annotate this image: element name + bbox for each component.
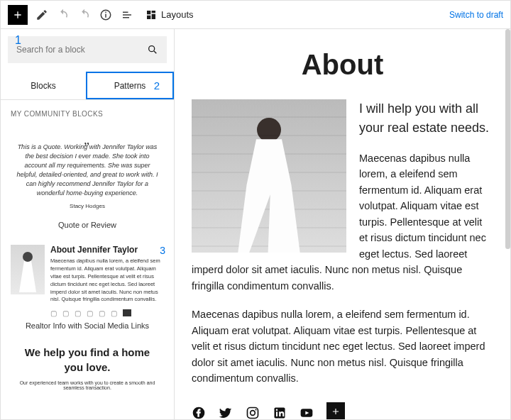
svg-point-8 (256, 409, 257, 410)
svg-rect-10 (276, 411, 278, 416)
home-sub: Our experienced team works with you to c… (11, 380, 164, 390)
hero-image[interactable] (192, 99, 346, 253)
realtor-card: About Jennifer Taylor 3 Maecenas dapibus… (11, 245, 164, 317)
search-icon (147, 44, 158, 55)
add-block-button[interactable] (8, 5, 28, 25)
pinterest-icon: ▢ (87, 309, 93, 317)
workspace: 1 Blocks Patterns 2 MY COMMUNITY BLOCKS … (1, 29, 510, 419)
layouts-label: Layouts (161, 9, 194, 20)
facebook-icon[interactable] (192, 406, 206, 419)
edit-icon[interactable] (35, 8, 49, 22)
svg-point-3 (149, 46, 155, 52)
svg-point-7 (251, 410, 256, 415)
annotation-3: 3 (160, 245, 165, 256)
search-block-field[interactable]: 1 (8, 36, 167, 63)
switch-to-draft-link[interactable]: Switch to draft (449, 10, 503, 20)
youtube-icon[interactable] (300, 406, 314, 419)
add-social-icon-button[interactable] (326, 402, 345, 419)
app-root: Layouts Switch to draft 1 Blocks Pattern… (0, 0, 511, 420)
section-title: MY COMMUNITY BLOCKS (1, 100, 174, 123)
outline-icon[interactable] (120, 8, 134, 22)
quote-text: This is a Quote. Working with Jennifer T… (13, 143, 161, 198)
more-icon (123, 309, 131, 316)
search-input[interactable] (16, 45, 158, 55)
realtor-body: Maecenas dapibus nulla lorem, a eleifend… (50, 258, 164, 304)
tab-patterns-label: Patterns (114, 81, 146, 91)
tab-patterns[interactable]: Patterns 2 (86, 72, 174, 99)
layouts-icon (145, 9, 157, 21)
page-title[interactable]: About (192, 49, 493, 81)
instagram-icon: ▢ (62, 309, 69, 317)
youtube-icon: ▢ (111, 309, 117, 317)
info-icon[interactable] (99, 8, 113, 22)
twitter-icon: ▢ (99, 309, 105, 317)
tab-blocks[interactable]: Blocks (1, 72, 86, 99)
undo-icon[interactable] (56, 8, 70, 22)
pattern-quote[interactable]: „ This is a Quote. Working with Jennifer… (1, 123, 174, 241)
svg-rect-1 (105, 13, 106, 17)
realtor-heading-text: About Jennifer Taylor (50, 245, 138, 255)
svg-rect-2 (105, 11, 106, 13)
quote-card: „ This is a Quote. Working with Jennifer… (11, 128, 164, 216)
quote-author: Stacy Hodges (13, 202, 161, 211)
redo-icon[interactable] (77, 8, 92, 22)
instagram-icon[interactable] (246, 406, 260, 419)
inserter-tabs: Blocks Patterns 2 (1, 72, 174, 100)
quote-mark-icon: „ (13, 131, 161, 143)
pattern-quote-label: Quote or Review (11, 221, 164, 229)
realtor-photo (11, 245, 45, 294)
inserter-panel: 1 Blocks Patterns 2 MY COMMUNITY BLOCKS … (1, 29, 175, 419)
twitter-icon[interactable] (219, 406, 233, 419)
pattern-realtor[interactable]: About Jennifer Taylor 3 Maecenas dapibus… (1, 241, 174, 341)
content-flow: I will help you with all your real estat… (192, 99, 493, 399)
pattern-home[interactable]: We help you find a home you love. Our ex… (1, 341, 174, 402)
annotation-2: 2 (154, 79, 160, 92)
linkedin-icon: ▢ (75, 309, 81, 317)
realtor-heading: About Jennifer Taylor 3 (50, 245, 164, 255)
social-icons-block[interactable] (192, 404, 493, 419)
linkedin-icon[interactable] (273, 406, 287, 419)
home-heading: We help you find a home you love. (11, 346, 164, 375)
realtor-social-row: ▢ ▢ ▢ ▢ ▢ ▢ (50, 309, 164, 317)
paragraph-2[interactable]: Maecenas dapibus nulla lorem, a eleifend… (192, 306, 493, 386)
editor-canvas[interactable]: About I will help you with all your real… (175, 29, 510, 419)
svg-line-4 (154, 51, 156, 53)
annotation-1: 1 (15, 34, 21, 47)
layouts-button[interactable]: Layouts (145, 9, 194, 21)
facebook-icon: ▢ (50, 309, 57, 317)
top-toolbar: Layouts Switch to draft (1, 1, 510, 29)
pattern-realtor-label: Realtor Info with Social Media Links (11, 321, 164, 330)
svg-point-11 (276, 409, 278, 411)
scrollbar[interactable] (505, 29, 510, 249)
